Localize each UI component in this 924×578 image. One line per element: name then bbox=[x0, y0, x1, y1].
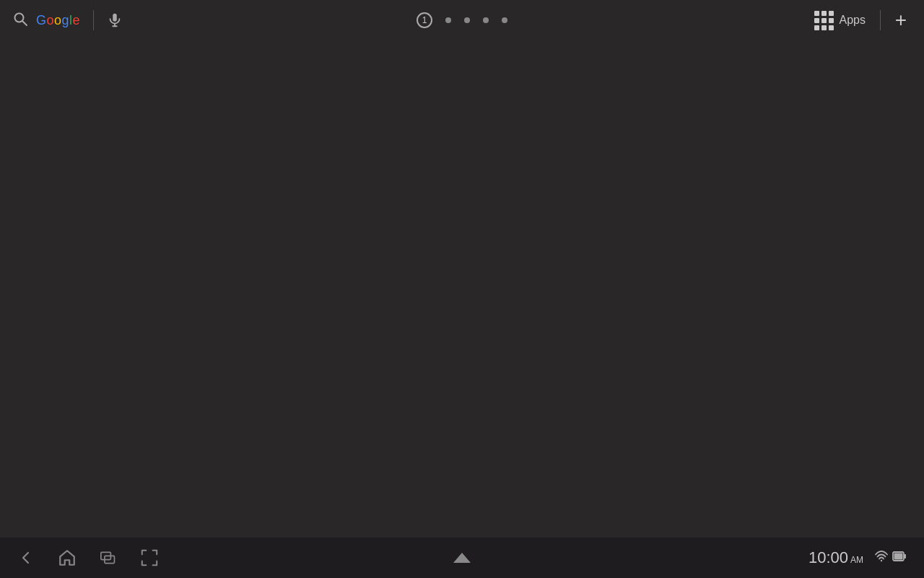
search-divider bbox=[93, 10, 94, 30]
bottom-navigation-bar: 10:00 AM bbox=[0, 538, 924, 578]
search-area[interactable]: Google bbox=[12, 10, 123, 30]
status-icons bbox=[875, 551, 907, 565]
svg-rect-9 bbox=[904, 554, 906, 558]
recent-apps-button[interactable] bbox=[100, 550, 117, 566]
page-indicator-4[interactable] bbox=[483, 17, 489, 23]
apps-label: Apps bbox=[840, 14, 866, 27]
svg-rect-2 bbox=[113, 14, 117, 22]
add-widget-button[interactable]: + bbox=[889, 9, 912, 32]
nav-left-buttons bbox=[17, 548, 159, 567]
search-icon[interactable] bbox=[12, 10, 29, 30]
apps-button[interactable]: Apps bbox=[808, 8, 871, 33]
nav-center-chevron[interactable] bbox=[453, 553, 471, 563]
apps-grid-icon bbox=[814, 11, 834, 30]
home-button[interactable] bbox=[58, 548, 77, 567]
svg-rect-10 bbox=[894, 553, 903, 560]
top-bar: Google 1 bbox=[0, 0, 924, 40]
svg-point-0 bbox=[15, 14, 24, 22]
svg-point-7 bbox=[881, 560, 882, 561]
microphone-button[interactable] bbox=[107, 12, 123, 28]
battery-icon bbox=[892, 551, 907, 565]
apps-divider bbox=[880, 10, 881, 30]
screenshot-button[interactable] bbox=[140, 548, 159, 567]
status-bar-right: 10:00 AM bbox=[808, 548, 907, 567]
wifi-icon bbox=[875, 551, 888, 565]
time-ampm: AM bbox=[850, 555, 863, 565]
plus-icon: + bbox=[895, 10, 907, 30]
page-indicator-2[interactable] bbox=[445, 17, 451, 23]
back-button[interactable] bbox=[17, 549, 35, 566]
time-text: 10:00 bbox=[808, 548, 848, 567]
page-indicator-5[interactable] bbox=[502, 17, 507, 23]
page-indicators: 1 bbox=[417, 12, 507, 28]
clock-display: 10:00 AM bbox=[808, 548, 863, 567]
google-logo[interactable]: Google bbox=[36, 13, 80, 28]
svg-line-1 bbox=[23, 22, 27, 26]
home-screen-content bbox=[0, 40, 924, 538]
page-indicator-3[interactable] bbox=[464, 17, 470, 23]
top-right-controls: Apps + bbox=[808, 8, 912, 33]
page-indicator-1[interactable]: 1 bbox=[417, 12, 432, 28]
chevron-up-icon[interactable] bbox=[453, 553, 471, 563]
